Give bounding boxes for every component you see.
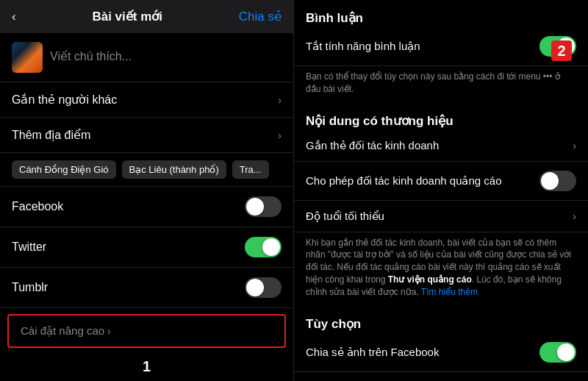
tag-pill-3[interactable]: Tra... [232, 160, 269, 179]
post-input-area: Viết chú thích... [0, 33, 293, 82]
comments-section-header: Bình luận [294, 0, 588, 27]
annotation-2-badge: 2 [551, 40, 572, 61]
comments-description: Bạn có thể thay đổi tùy chọn này sau bằn… [294, 66, 588, 103]
tag-pill-1[interactable]: Cánh Đồng Điện Gió [12, 160, 116, 179]
options-section: Tùy chọn Chia sẻ ảnh trên Facebook [294, 306, 588, 372]
post-header: ‹ Bài viết mới Chia sẻ [0, 0, 293, 33]
back-chevron-icon: ‹ [12, 10, 16, 24]
tag-people-label: Gắn thẻ người khác [12, 93, 117, 107]
twitter-label: Twitter [12, 241, 46, 254]
add-location-chevron-icon: › [278, 129, 282, 141]
facebook-toggle[interactable] [245, 196, 282, 217]
tag-people-row[interactable]: Gắn thẻ người khác › [0, 82, 293, 118]
tag-pill-2[interactable]: Bạc Liêu (thành phố) [122, 160, 226, 179]
facebook-label: Facebook [12, 200, 63, 213]
twitter-share-row: Twitter [0, 227, 293, 268]
facebook-share-row: Facebook [0, 187, 293, 227]
partner-tag-row[interactable]: Gắn thẻ đối tác kinh doanh › [294, 130, 588, 162]
branded-section-header: Nội dung có thương hiệu [294, 103, 588, 130]
add-location-row[interactable]: Thêm địa điểm › [0, 118, 293, 153]
branded-content-section: Nội dung có thương hiệu Gắn thẻ đối tác … [294, 103, 588, 306]
annotation-1: 1 [0, 354, 293, 378]
tumblr-share-row: Tumblr [0, 268, 293, 308]
share-fb-row: Chia sẻ ảnh trên Facebook [294, 333, 588, 372]
share-fb-label: Chia sẻ ảnh trên Facebook [306, 346, 539, 359]
branded-description: Khi bạn gắn thẻ đối tác kinh doanh, bài … [294, 232, 588, 306]
min-age-label: Độ tuổi tối thiểu [306, 210, 573, 223]
right-panel: Bình luận Tắt tính năng bình luận 2 Bạn … [294, 0, 588, 381]
tumblr-label: Tumblr [12, 281, 48, 294]
back-button[interactable]: ‹ [12, 10, 16, 24]
min-age-chevron-icon: › [573, 210, 576, 222]
advanced-chevron-icon: › [107, 325, 111, 337]
share-button[interactable]: Chia sẻ [239, 9, 282, 24]
tag-people-chevron-icon: › [278, 94, 282, 106]
partner-tag-chevron-icon: › [573, 140, 576, 152]
tumblr-toggle[interactable] [245, 277, 282, 298]
min-age-row[interactable]: Độ tuổi tối thiểu › [294, 201, 588, 232]
partner-tag-label: Gắn thẻ đối tác kinh doanh [306, 139, 573, 152]
allow-ads-toggle[interactable] [539, 171, 576, 191]
options-section-header: Tùy chọn [294, 306, 588, 333]
disable-comments-label: Tắt tính năng bình luận [306, 40, 539, 53]
advanced-label: Cài đặt nâng cao [21, 324, 104, 338]
caption-input[interactable]: Viết chú thích... [50, 42, 132, 63]
location-tags-row: Cánh Đồng Điện Gió Bạc Liêu (thành phố) … [0, 153, 293, 187]
twitter-toggle[interactable] [245, 237, 282, 257]
disable-comments-row: Tắt tính năng bình luận 2 [294, 27, 588, 66]
left-panel: ‹ Bài viết mới Chia sẻ Viết chú thích...… [0, 0, 294, 381]
header-title: Bài viết mới [92, 9, 162, 24]
avatar-thumbnail [12, 42, 43, 73]
share-fb-toggle[interactable] [539, 342, 576, 363]
add-location-label: Thêm địa điểm [12, 128, 90, 142]
advanced-settings-row[interactable]: Cài đặt nâng cao › [7, 314, 286, 348]
allow-ads-label: Cho phép đối tác kinh doanh quảng cáo [306, 173, 539, 188]
allow-ads-row: Cho phép đối tác kinh doanh quảng cáo [294, 162, 588, 201]
comments-section: Bình luận Tắt tính năng bình luận 2 Bạn … [294, 0, 588, 103]
